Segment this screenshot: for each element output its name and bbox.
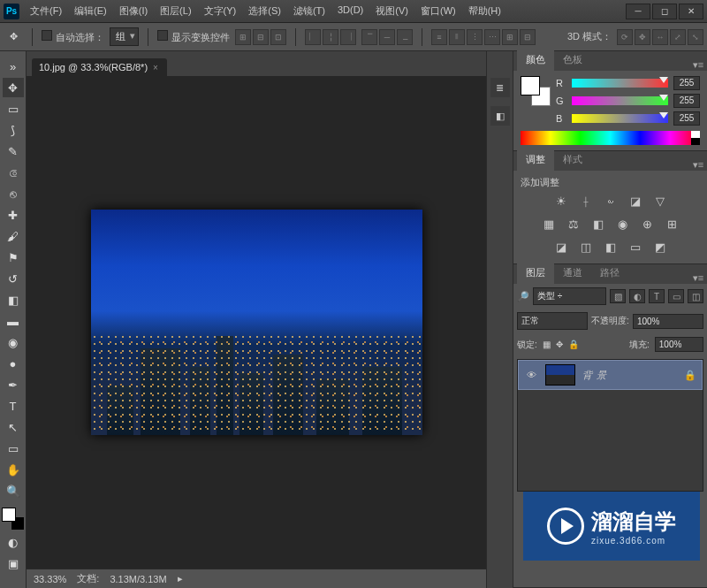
search-icon[interactable]: 🔎 — [517, 291, 529, 302]
show-transform-checkbox[interactable]: 显示变换控件 — [157, 30, 230, 44]
lock-all-icon[interactable]: 🔒 — [568, 340, 579, 349]
panel-menu-icon[interactable]: ▾≡ — [689, 159, 707, 171]
fg-color-swatch[interactable] — [2, 508, 16, 522]
menu-layer[interactable]: 图层(L) — [155, 2, 196, 20]
photo-filter-icon[interactable]: ◉ — [614, 216, 632, 232]
fg-swatch[interactable] — [521, 76, 540, 95]
path-select-tool[interactable]: ↖ — [3, 417, 24, 437]
dodge-tool[interactable]: ● — [3, 354, 24, 373]
layer-thumbnail[interactable] — [545, 364, 575, 386]
auto-select-dropdown[interactable]: 组 — [110, 27, 139, 46]
fg-bg-large-swatch[interactable] — [521, 76, 551, 106]
quick-select-tool[interactable]: ✎ — [3, 141, 24, 161]
menu-view[interactable]: 视图(V) — [370, 2, 414, 20]
history-panel-icon[interactable]: ≣ — [490, 78, 510, 97]
stamp-tool[interactable]: ⚑ — [3, 248, 24, 267]
document-tab[interactable]: 10.jpg @ 33.3%(RGB/8*) × — [32, 58, 167, 76]
g-slider[interactable] — [572, 96, 668, 105]
filter-type-dropdown[interactable]: 类型 ÷ — [533, 287, 606, 305]
distribute-icon[interactable]: ⋯ — [484, 29, 500, 45]
bw-icon[interactable]: ◧ — [589, 216, 607, 232]
filter-shape-icon[interactable]: ▭ — [668, 289, 684, 303]
minimize-button[interactable]: ─ — [626, 4, 650, 19]
align-icon[interactable]: ⊞ — [235, 29, 251, 45]
distribute-icon[interactable]: ⊞ — [502, 29, 518, 45]
quickmask-tool[interactable]: ◐ — [3, 532, 24, 552]
menu-edit[interactable]: 编辑(E) — [69, 2, 112, 20]
3d-zoom-icon[interactable]: ⤢ — [670, 29, 686, 45]
blur-tool[interactable]: ◉ — [3, 332, 24, 352]
healing-tool[interactable]: ✚ — [3, 205, 24, 225]
status-menu-icon[interactable]: ▸ — [178, 573, 183, 584]
r-value-input[interactable]: 255 — [673, 76, 700, 90]
invert-icon[interactable]: ◪ — [552, 239, 570, 255]
align-icon[interactable]: ⊟ — [253, 29, 269, 45]
panel-menu-icon[interactable]: ▾≡ — [689, 272, 707, 284]
g-value-input[interactable]: 255 — [673, 94, 700, 108]
menu-3d[interactable]: 3D(D) — [332, 2, 369, 20]
properties-panel-icon[interactable]: ◧ — [490, 106, 510, 126]
auto-select-checkbox[interactable]: 自动选择： — [42, 30, 104, 44]
brush-tool[interactable]: 🖌 — [3, 226, 24, 246]
channels-tab[interactable]: 通道 — [554, 263, 591, 284]
menu-select[interactable]: 选择(S) — [243, 2, 286, 20]
close-button[interactable]: ✕ — [679, 4, 703, 19]
curves-icon[interactable]: ⧜ — [602, 193, 620, 209]
exposure-icon[interactable]: ◪ — [627, 193, 644, 209]
posterize-icon[interactable]: ◫ — [577, 239, 595, 255]
zoom-tool[interactable]: 🔍 — [3, 481, 24, 500]
type-tool[interactable]: T — [3, 396, 24, 416]
layers-tab[interactable]: 图层 — [517, 263, 554, 284]
spectrum-ramp[interactable] — [521, 131, 700, 145]
layer-name[interactable]: 背 景 — [582, 369, 677, 382]
canvas-viewport[interactable] — [27, 76, 486, 569]
gradient-map-icon[interactable]: ▭ — [627, 239, 644, 255]
3d-orbit-icon[interactable]: ⟳ — [617, 29, 633, 45]
distribute-icon[interactable]: ≡ — [431, 29, 447, 45]
selective-color-icon[interactable]: ◩ — [651, 239, 669, 255]
screenmode-tool[interactable]: ▣ — [3, 554, 24, 573]
eraser-tool[interactable]: ◧ — [3, 290, 24, 309]
shape-tool[interactable]: ▭ — [3, 439, 24, 458]
align-top-icon[interactable]: ⎺ — [361, 29, 377, 45]
levels-icon[interactable]: ⟊ — [577, 193, 595, 209]
adjustments-tab[interactable]: 调整 — [517, 150, 554, 171]
opacity-input[interactable]: 100% — [633, 314, 703, 329]
move-tool[interactable]: ✥ — [3, 78, 24, 97]
styles-tab[interactable]: 样式 — [554, 150, 591, 171]
fill-input[interactable]: 100% — [655, 337, 703, 352]
crop-tool[interactable]: ⟃ — [3, 163, 24, 182]
3d-dolly-icon[interactable]: ↔ — [652, 29, 668, 45]
3d-scale-icon[interactable]: ⤡ — [688, 29, 703, 45]
b-slider[interactable] — [572, 114, 668, 123]
menu-type[interactable]: 文字(Y) — [199, 2, 242, 20]
align-right-icon[interactable]: ⎹ — [340, 29, 356, 45]
menu-help[interactable]: 帮助(H) — [463, 2, 506, 20]
channel-mixer-icon[interactable]: ⊕ — [639, 216, 657, 232]
distribute-icon[interactable]: ⦀ — [449, 29, 465, 45]
filter-type-icon[interactable]: T — [649, 289, 665, 303]
b-value-input[interactable]: 255 — [673, 111, 700, 126]
3d-pan-icon[interactable]: ✥ — [635, 29, 650, 45]
align-icon[interactable]: ⊡ — [270, 29, 286, 45]
distribute-icon[interactable]: ⊟ — [520, 29, 536, 45]
panel-menu-icon[interactable]: ▾≡ — [689, 59, 707, 71]
hue-icon[interactable]: ▦ — [540, 216, 558, 232]
color-tab[interactable]: 颜色 — [517, 50, 554, 71]
gradient-tool[interactable]: ▬ — [3, 311, 24, 331]
menu-image[interactable]: 图像(I) — [114, 2, 153, 20]
threshold-icon[interactable]: ◧ — [602, 239, 620, 255]
hand-tool[interactable]: ✋ — [3, 460, 24, 479]
menu-file[interactable]: 文件(F) — [25, 2, 67, 20]
history-brush-tool[interactable]: ↺ — [3, 269, 24, 288]
vibrance-icon[interactable]: ▽ — [651, 193, 669, 209]
menu-window[interactable]: 窗口(W) — [415, 2, 461, 20]
eyedropper-tool[interactable]: ⎋ — [3, 184, 24, 203]
align-bottom-icon[interactable]: ⎽ — [397, 29, 413, 45]
align-mid-icon[interactable]: ─ — [379, 29, 395, 45]
pen-tool[interactable]: ✒ — [3, 375, 24, 394]
filter-pixel-icon[interactable]: ▧ — [610, 289, 626, 303]
balance-icon[interactable]: ⚖ — [565, 216, 582, 232]
blend-mode-dropdown[interactable]: 正常 — [517, 312, 588, 330]
lock-pixel-icon[interactable]: ▦ — [543, 340, 551, 349]
